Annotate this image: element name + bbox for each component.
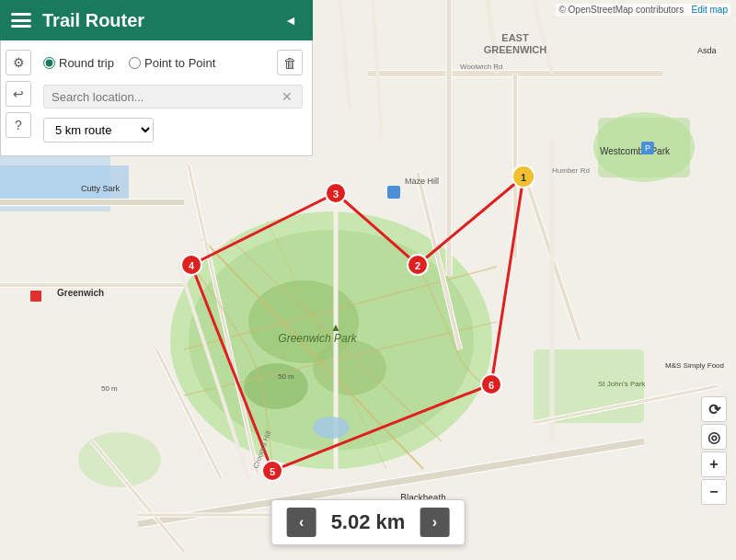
next-route-button[interactable]: › — [420, 508, 449, 537]
svg-text:Cutty Sark: Cutty Sark — [81, 184, 121, 193]
svg-text:M&S Simply Food: M&S Simply Food — [665, 361, 724, 370]
round-trip-option[interactable]: Round trip — [43, 56, 114, 70]
search-row: ✕ — [43, 85, 303, 109]
svg-point-17 — [78, 432, 161, 487]
svg-text:5: 5 — [270, 466, 275, 477]
svg-text:Maze Hill: Maze Hill — [405, 177, 439, 186]
svg-text:1: 1 — [521, 172, 526, 183]
reset-icon: ⟳ — [708, 401, 720, 418]
previous-route-button[interactable]: ‹ — [287, 508, 316, 537]
distance-bar: ‹ 5.02 km › — [271, 499, 466, 545]
location-search-input[interactable] — [52, 90, 280, 104]
svg-text:Woolwich Rd: Woolwich Rd — [460, 63, 503, 71]
search-clear-button[interactable]: ✕ — [280, 89, 294, 104]
distance-value: 5.02 km — [331, 510, 406, 534]
zoom-controls: ⟳ ◎ + − — [701, 396, 727, 505]
app-title: Trail Router — [42, 10, 280, 31]
svg-text:4: 4 — [189, 260, 195, 271]
zoom-out-icon: − — [709, 484, 718, 500]
svg-text:Westcombe Park: Westcombe Park — [600, 146, 671, 156]
settings-button[interactable]: ⚙ — [6, 50, 31, 75]
locate-button[interactable]: ◎ — [701, 424, 727, 450]
attribution: © OpenStreetMap contributors Edit map — [556, 4, 730, 16]
svg-text:▲: ▲ — [330, 321, 341, 334]
side-icons: ⚙ ↩ ? — [0, 40, 37, 147]
help-icon: ? — [15, 118, 22, 132]
undo-button[interactable]: ↩ — [6, 81, 31, 107]
svg-rect-84 — [30, 291, 41, 302]
edit-map-link[interactable]: Edit map — [692, 5, 728, 15]
settings-icon: ⚙ — [13, 55, 25, 70]
distance-select[interactable]: 1 km route2 km route3 km route5 km route… — [43, 118, 154, 143]
svg-text:6: 6 — [489, 380, 494, 391]
reset-view-button[interactable]: ⟳ — [701, 396, 727, 422]
menu-icon[interactable] — [11, 13, 31, 28]
svg-text:EAST: EAST — [501, 32, 529, 43]
svg-text:Greenwich Park: Greenwich Park — [278, 332, 357, 345]
collapse-button[interactable]: ◄ — [280, 9, 302, 31]
locate-icon: ◎ — [707, 429, 720, 446]
svg-point-52 — [313, 417, 350, 439]
round-trip-radio[interactable] — [43, 57, 55, 69]
svg-point-6 — [313, 340, 386, 395]
svg-text:St John's Park: St John's Park — [598, 380, 646, 388]
sidebar: Round trip Point to Point 🗑 ✕ 1 km route… — [0, 40, 313, 156]
distance-row: 1 km route2 km route3 km route5 km route… — [43, 118, 303, 143]
undo-icon: ↩ — [13, 86, 24, 101]
svg-text:Asda: Asda — [697, 46, 717, 55]
svg-text:50 m: 50 m — [278, 372, 294, 381]
point-to-point-radio[interactable] — [129, 57, 141, 69]
zoom-in-icon: + — [709, 456, 718, 473]
svg-text:50 m: 50 m — [101, 384, 118, 393]
svg-text:Humber Rd: Humber Rd — [552, 166, 590, 175]
svg-point-7 — [244, 363, 308, 409]
svg-rect-83 — [387, 186, 400, 199]
svg-text:Greenwich: Greenwich — [57, 288, 104, 298]
zoom-out-button[interactable]: − — [701, 479, 727, 505]
zoom-in-button[interactable]: + — [701, 451, 727, 477]
svg-text:3: 3 — [333, 189, 339, 200]
header: Trail Router ◄ — [0, 0, 313, 40]
svg-text:P: P — [645, 143, 650, 153]
route-type-row: Round trip Point to Point 🗑 — [43, 50, 303, 75]
svg-text:GREENWICH: GREENWICH — [484, 44, 547, 55]
point-to-point-option[interactable]: Point to Point — [129, 56, 215, 70]
clear-route-button[interactable]: 🗑 — [277, 50, 303, 75]
help-button[interactable]: ? — [6, 112, 31, 138]
attribution-text: © OpenStreetMap contributors — [558, 5, 684, 15]
svg-text:2: 2 — [415, 260, 420, 271]
